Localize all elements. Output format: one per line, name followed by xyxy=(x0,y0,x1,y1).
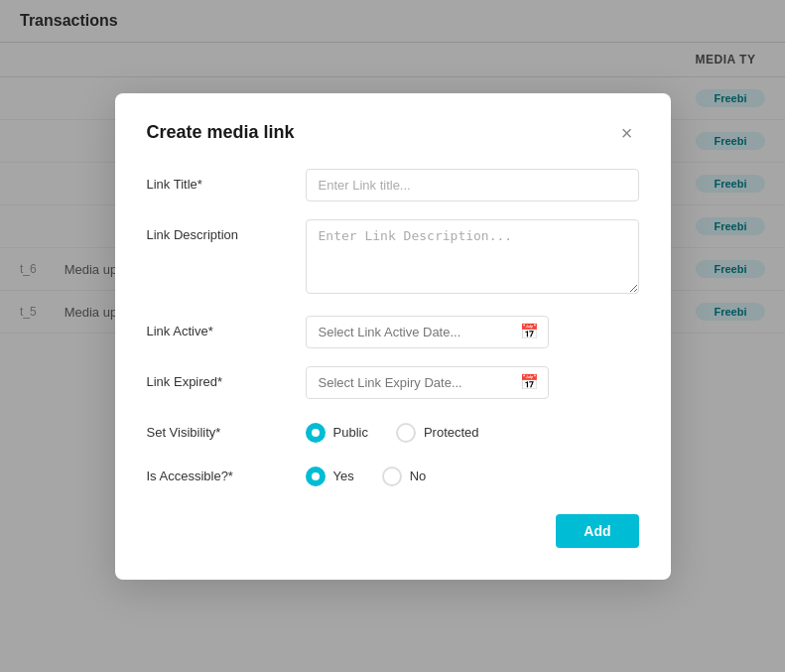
modal-title: Create media link xyxy=(147,122,295,143)
accessible-yes-label: Yes xyxy=(333,469,354,483)
link-title-label: Link Title* xyxy=(147,169,286,192)
accessible-no-radio[interactable] xyxy=(382,467,402,486)
modal-footer: Add xyxy=(147,514,639,548)
accessible-no-label: No xyxy=(410,469,427,483)
link-description-label: Link Description xyxy=(147,219,286,242)
accessible-yes-option[interactable]: Yes xyxy=(306,467,354,486)
visibility-public-radio[interactable] xyxy=(306,423,326,443)
accessible-yes-radio[interactable] xyxy=(306,467,326,486)
is-accessible-label: Is Accessible?* xyxy=(147,461,286,483)
link-active-date-wrap: 📅 xyxy=(306,316,549,348)
link-title-row: Link Title* xyxy=(147,169,639,202)
visibility-protected-radio[interactable] xyxy=(396,423,416,443)
add-button[interactable]: Add xyxy=(556,514,638,548)
link-title-wrap xyxy=(306,169,639,202)
link-description-input[interactable] xyxy=(306,219,639,294)
link-expired-date-wrap: 📅 xyxy=(306,366,549,399)
visibility-public-option[interactable]: Public xyxy=(306,423,368,443)
close-button[interactable]: × xyxy=(615,121,639,145)
link-active-label: Link Active* xyxy=(147,316,286,338)
accessible-no-option[interactable]: No xyxy=(382,467,427,486)
link-active-wrap: 📅 xyxy=(306,316,639,348)
link-active-input[interactable] xyxy=(306,316,549,348)
is-accessible-wrap: Yes No xyxy=(306,461,639,486)
link-description-wrap xyxy=(306,219,639,298)
link-expired-wrap: 📅 xyxy=(306,366,639,399)
set-visibility-row: Set Visibility* Public Protected xyxy=(147,417,639,443)
link-title-input[interactable] xyxy=(306,169,639,202)
visibility-protected-label: Protected xyxy=(424,425,479,440)
link-expired-label: Link Expired* xyxy=(147,366,286,389)
set-visibility-label: Set Visibility* xyxy=(147,417,286,440)
modal-overlay: Create media link × Link Title* Link Des… xyxy=(0,0,785,672)
link-expired-input[interactable] xyxy=(306,366,549,399)
link-active-row: Link Active* 📅 xyxy=(147,316,639,348)
visibility-public-label: Public xyxy=(333,425,368,440)
accessible-radio-group: Yes No xyxy=(306,461,639,486)
modal-header: Create media link × xyxy=(147,121,639,145)
link-expired-row: Link Expired* 📅 xyxy=(147,366,639,399)
set-visibility-wrap: Public Protected xyxy=(306,417,639,443)
visibility-radio-group: Public Protected xyxy=(306,417,639,443)
create-media-link-modal: Create media link × Link Title* Link Des… xyxy=(115,93,671,580)
is-accessible-row: Is Accessible?* Yes No xyxy=(147,461,639,486)
link-description-row: Link Description xyxy=(147,219,639,298)
visibility-protected-option[interactable]: Protected xyxy=(396,423,479,443)
